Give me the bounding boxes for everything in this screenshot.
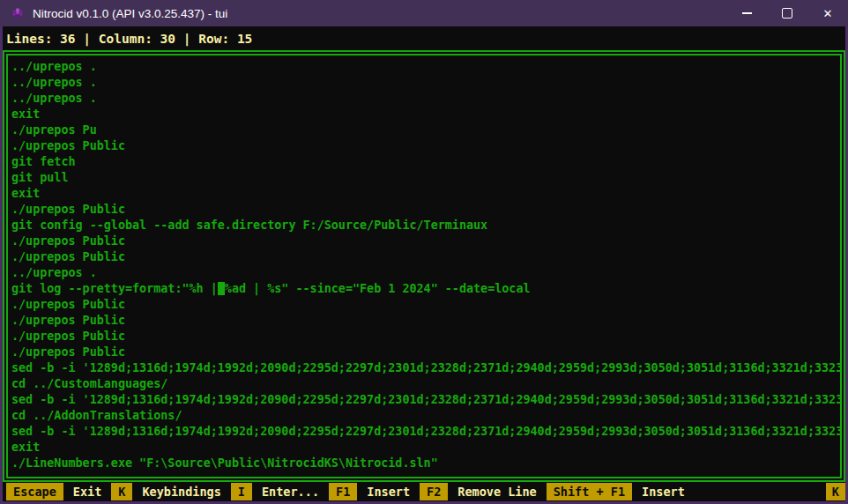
editor-line: ./LineNumbers.exe "F:\Source\Public\Nitr… [11, 456, 840, 471]
editor-line: ./uprepos Public [11, 138, 840, 154]
editor-line: git log --pretty=format:"%h | %ad | %s" … [11, 281, 840, 297]
keybind-label: Insert [357, 483, 420, 500]
editor-line: exit [11, 107, 840, 122]
close-button[interactable]: ✕ [807, 0, 848, 26]
editor-line: ./uprepos Public [11, 345, 840, 360]
keybind-key-badge[interactable]: Shift + F1 [547, 483, 632, 500]
keybind-label: Enter... [252, 483, 329, 500]
editor-line: exit [11, 186, 840, 202]
title-bar[interactable]: Nitrocid v0.1.0 (API v3.0.25.437) - tui … [0, 0, 848, 26]
editor-line: ./uprepos Public [11, 313, 840, 329]
editor-line: ../uprepos . [11, 265, 840, 281]
editor-line: ./uprepos Public [11, 329, 840, 345]
terminal-body: Lines: 36 | Column: 30 | Row: 15 ../upre… [3, 26, 845, 501]
editor-line: git config --global --add safe.directory… [11, 218, 840, 233]
editor-line: ../uprepos . [11, 75, 840, 91]
keybind-label: Remove Line [448, 483, 546, 500]
nitrocid-logo-icon [11, 6, 25, 20]
editor-line: ./uprepos Pu [11, 122, 840, 138]
minimize-button[interactable] [726, 0, 767, 26]
editor-line: sed -b -i '1289d;1316d;1974d;1992d;2090d… [11, 424, 840, 440]
window-title: Nitrocid v0.1.0 (API v3.0.25.437) - tui [33, 7, 726, 20]
keybind-label: Exit [63, 483, 112, 500]
editor-line: sed -b -i '1289d;1316d;1974d;1992d;2090d… [11, 360, 840, 376]
editor-line: ./uprepos Public [11, 249, 840, 265]
keybind-item: F1Insert [329, 483, 420, 500]
status-line: Lines: 36 | Column: 30 | Row: 15 [3, 26, 845, 50]
keybind-key-badge[interactable]: F1 [329, 483, 357, 500]
keybind-key-badge[interactable]: I [231, 483, 252, 500]
keybind-key-badge[interactable]: F2 [420, 483, 448, 500]
keybinding-bar: EscapeExitKKeybindingsIEnter...F1InsertF… [3, 482, 845, 501]
keybind-label: Insert [632, 483, 695, 500]
keybind-label: Keybindings [132, 483, 230, 500]
editor-line: git fetch [11, 154, 840, 170]
app-window: Nitrocid v0.1.0 (API v3.0.25.437) - tui … [0, 0, 848, 504]
editor-line: cd ../AddonTranslations/ [11, 408, 840, 424]
keybind-key-badge[interactable]: K [111, 483, 132, 500]
window-controls: ✕ [726, 0, 848, 26]
keybind-item: IEnter... [231, 483, 329, 500]
editor-line: ./uprepos Public [11, 297, 840, 313]
text-cursor [218, 282, 225, 295]
keybind-item: EscapeExit [6, 483, 111, 500]
maximize-button[interactable] [767, 0, 807, 26]
editor-line: exit [11, 440, 840, 456]
keybind-item: Shift + F1Insert [547, 483, 695, 500]
editor-area[interactable]: ../uprepos .../uprepos .../uprepos .exit… [3, 50, 845, 482]
keybind-item: KKeybindings [111, 483, 231, 500]
editor-line: ../uprepos . [11, 59, 840, 75]
editor-line: ../uprepos . [11, 91, 840, 107]
keybind-key-badge[interactable]: Escape [6, 483, 63, 500]
editor-line: cd ../CustomLanguages/ [11, 376, 840, 392]
editor-line: ./uprepos Public [11, 233, 840, 249]
editor-line: ./uprepos Public [11, 202, 840, 218]
keybind-overflow-badge[interactable]: K [826, 483, 845, 500]
keybind-item: F2Remove Line [420, 483, 547, 500]
editor-line: git pull [11, 170, 840, 186]
editor-line: sed -b -i '1289d;1316d;1974d;1992d;2090d… [11, 392, 840, 408]
